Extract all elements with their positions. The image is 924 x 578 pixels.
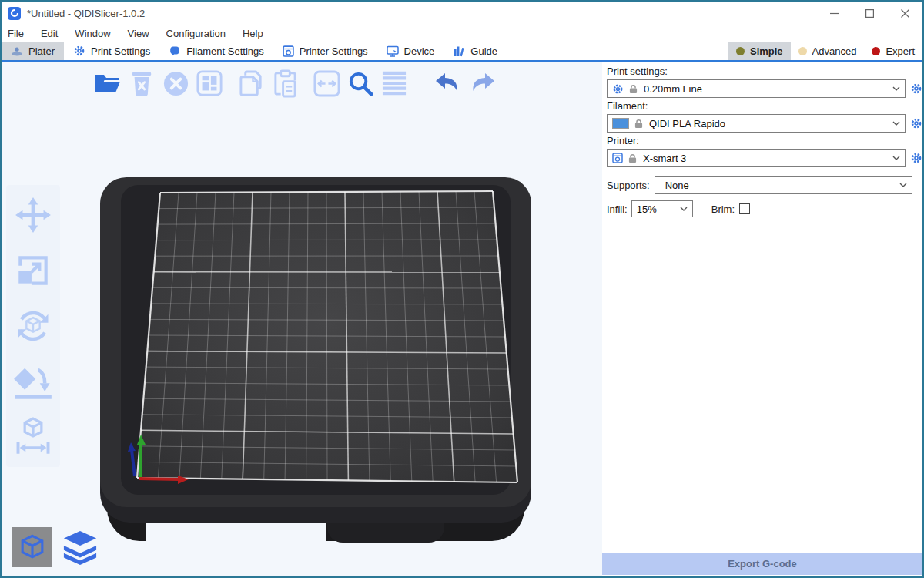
menu-bar: File Edit Window View Configuration Help xyxy=(2,25,922,42)
rotate-tool-button[interactable] xyxy=(12,304,55,348)
window-title: *Untitled - QIDISlicer-1.0.2 xyxy=(27,8,145,19)
lock-icon xyxy=(634,119,643,129)
delete-all-button[interactable] xyxy=(159,66,192,100)
delete-button[interactable] xyxy=(125,66,159,100)
mode-selector: Simple Advanced Expert xyxy=(728,42,922,60)
export-gcode-button[interactable]: Export G-code xyxy=(602,553,922,575)
print-settings-value: 0.20mm Fine xyxy=(644,83,892,95)
qidislicer-window: { "window": { "title": "*Untitled - QIDI… xyxy=(0,0,924,578)
chevron-down-icon xyxy=(892,156,900,161)
gear-icon xyxy=(73,45,85,57)
tab-device[interactable]: Device xyxy=(377,42,444,60)
maximize-button[interactable] xyxy=(852,2,887,25)
edit-filament-button[interactable] xyxy=(910,117,922,129)
redo-button[interactable] xyxy=(465,66,499,100)
print-settings-label: Print settings: xyxy=(607,66,922,77)
menu-window[interactable]: Window xyxy=(75,28,110,39)
tab-printer-settings[interactable]: Printer Settings xyxy=(273,42,377,60)
mode-simple[interactable]: Simple xyxy=(728,42,791,60)
filament-icon xyxy=(169,45,181,57)
chevron-down-icon xyxy=(892,121,900,126)
menu-view[interactable]: View xyxy=(128,28,149,39)
print-bed xyxy=(96,171,535,549)
title-bar: *Untitled - QIDISlicer-1.0.2 xyxy=(2,2,922,25)
undo-button[interactable] xyxy=(431,66,465,100)
main-area: Print settings: 0.20mm Fine Filament: QI… xyxy=(2,62,922,576)
variable-layer-height-button[interactable] xyxy=(377,66,411,100)
move-tool-button[interactable] xyxy=(12,193,55,237)
chevron-down-icon xyxy=(892,86,900,92)
preview-sliced-view-button[interactable] xyxy=(60,527,100,567)
printer-icon xyxy=(612,153,623,163)
infill-label: Infill: xyxy=(607,203,628,215)
mode-advanced[interactable]: Advanced xyxy=(791,42,865,60)
settings-panel: Print settings: 0.20mm Fine Filament: QI… xyxy=(602,62,922,576)
simple-dot-icon xyxy=(736,47,745,55)
chevron-down-icon xyxy=(899,183,907,188)
filament-label: Filament: xyxy=(607,100,922,112)
split-button[interactable] xyxy=(310,66,343,100)
infill-row: Infill: 15% Brim: xyxy=(607,200,922,217)
filament-dropdown[interactable]: QIDI PLA Rapido xyxy=(607,114,906,133)
chevron-down-icon xyxy=(680,207,688,212)
search-button[interactable] xyxy=(343,66,377,100)
supports-dropdown[interactable]: None xyxy=(654,176,912,194)
window-controls xyxy=(816,2,922,25)
printer-label: Printer: xyxy=(607,135,922,146)
mode-label: Advanced xyxy=(812,45,857,57)
edit-print-settings-button[interactable] xyxy=(910,82,922,95)
brim-checkbox[interactable] xyxy=(739,203,750,214)
lock-icon xyxy=(629,84,638,94)
supports-value: None xyxy=(665,180,899,191)
filament-value: QIDI PLA Rapido xyxy=(649,118,892,129)
scale-tool-button[interactable] xyxy=(12,248,55,293)
mode-label: Expert xyxy=(886,45,915,57)
tab-label: Print Settings xyxy=(91,45,150,57)
menu-file[interactable]: File xyxy=(8,28,24,39)
print-settings-dropdown[interactable]: 0.20mm Fine xyxy=(607,79,906,98)
filament-row: QIDI PLA Rapido xyxy=(607,114,922,133)
brim-label: Brim: xyxy=(711,203,735,215)
mode-label: Simple xyxy=(750,45,783,57)
tab-label: Device xyxy=(404,45,435,57)
tab-label: Filament Settings xyxy=(186,45,263,57)
edit-printer-button[interactable] xyxy=(910,152,922,164)
print-settings-row: 0.20mm Fine xyxy=(607,79,922,98)
printer-value: X-smart 3 xyxy=(643,153,892,164)
app-icon xyxy=(8,7,21,20)
books-icon xyxy=(453,45,465,57)
open-button[interactable] xyxy=(91,66,125,100)
object-tool-panel xyxy=(6,185,60,467)
tab-label: Guide xyxy=(470,45,497,57)
tab-filament-settings[interactable]: Filament Settings xyxy=(159,42,273,60)
tab-guide[interactable]: Guide xyxy=(444,42,507,60)
menu-configuration[interactable]: Configuration xyxy=(166,28,226,39)
printer-dropdown[interactable]: X-smart 3 xyxy=(607,149,906,167)
infill-dropdown[interactable]: 15% xyxy=(631,200,693,217)
infill-value: 15% xyxy=(637,203,680,215)
close-button[interactable] xyxy=(887,2,922,25)
tab-plater[interactable]: Plater xyxy=(2,42,64,60)
tab-label: Plater xyxy=(28,45,55,57)
view-mode-buttons xyxy=(12,527,100,567)
menu-help[interactable]: Help xyxy=(243,28,263,39)
place-on-face-tool-button[interactable] xyxy=(12,359,55,404)
printer-icon xyxy=(283,45,294,57)
supports-label: Supports: xyxy=(607,180,650,191)
menu-edit[interactable]: Edit xyxy=(41,28,58,39)
tab-print-settings[interactable]: Print Settings xyxy=(64,42,159,60)
advanced-dot-icon xyxy=(798,47,807,55)
tab-label: Printer Settings xyxy=(300,45,368,57)
paste-button[interactable] xyxy=(268,66,302,100)
tab-bar: Plater Print Settings Filament Settings … xyxy=(2,42,922,62)
lock-icon xyxy=(628,153,637,163)
arrange-button[interactable] xyxy=(192,66,226,100)
mode-expert[interactable]: Expert xyxy=(864,42,922,60)
minimize-button[interactable] xyxy=(816,2,852,25)
3d-viewport[interactable] xyxy=(2,62,602,576)
monitor-icon xyxy=(387,45,399,57)
3d-editor-view-button[interactable] xyxy=(12,527,52,567)
plater-toolbar xyxy=(91,66,499,100)
copy-button[interactable] xyxy=(234,66,268,100)
measure-tool-button[interactable] xyxy=(12,415,55,459)
